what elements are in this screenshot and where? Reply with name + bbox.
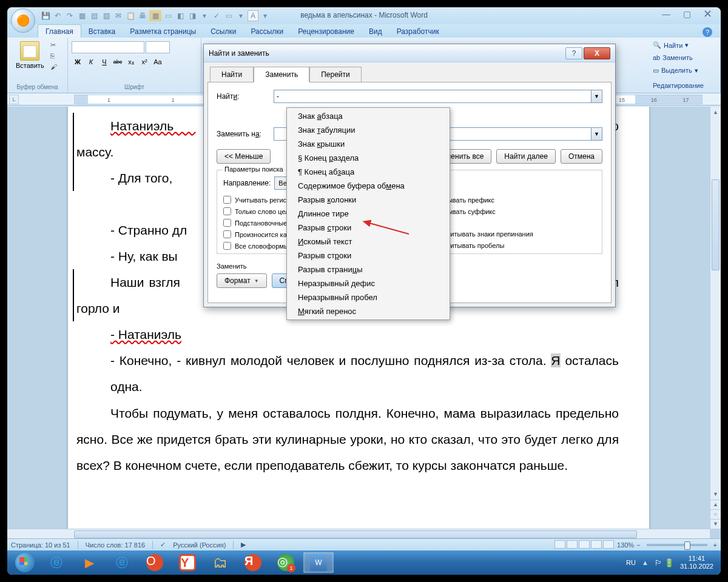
select-button[interactable]: ▭Выделить ▾ xyxy=(653,65,715,76)
dialog-tab-find[interactable]: Найти xyxy=(210,67,254,82)
qat-icon[interactable]: 📋 xyxy=(125,10,136,21)
menu-item[interactable]: Содержимое буфера обмена xyxy=(287,179,450,193)
task-yandex[interactable]: Y xyxy=(172,552,203,573)
qat-redo-icon[interactable]: ↷ xyxy=(64,10,75,21)
font-size-select[interactable] xyxy=(146,41,170,53)
cancel-button[interactable]: Отмена xyxy=(561,149,602,164)
zoom-out-icon[interactable]: − xyxy=(636,541,640,549)
menu-item[interactable]: Разрыв строки xyxy=(287,249,450,263)
menu-item[interactable]: Знак табуляции xyxy=(287,123,450,137)
zoom-slider[interactable] xyxy=(647,544,707,546)
scroll-up-icon[interactable]: ▲ xyxy=(710,107,721,118)
tab-review[interactable]: Рецензирование xyxy=(291,25,362,38)
tab-references[interactable]: Ссылки xyxy=(203,25,243,38)
browse-icon[interactable]: ○ xyxy=(710,509,721,519)
tab-insert[interactable]: Вставка xyxy=(81,25,123,38)
menu-item[interactable]: Знак абзаца xyxy=(287,109,450,123)
qat-icon[interactable]: ▦ xyxy=(76,10,87,21)
find-dropdown-icon[interactable]: ▼ xyxy=(592,90,602,103)
qat-dropdown-icon[interactable]: ▾ xyxy=(260,10,271,21)
subscript-button[interactable]: x₂ xyxy=(125,56,137,68)
tab-view[interactable]: Вид xyxy=(362,25,389,38)
qat-icon[interactable]: ◧ xyxy=(175,10,186,21)
menu-item[interactable]: Искомый текст xyxy=(287,235,450,249)
qat-icon[interactable]: ▭ xyxy=(223,10,234,21)
find-button[interactable]: 🔍Найти ▾ xyxy=(653,40,715,50)
qat-icon[interactable]: ✉ xyxy=(113,10,124,21)
tray-battery-icon[interactable]: 🔋 xyxy=(664,558,674,567)
next-page-icon[interactable]: ▼ xyxy=(710,519,721,529)
dialog-titlebar[interactable]: Найти и заменить ? X xyxy=(204,44,615,62)
qat-icon[interactable]: 🖶 xyxy=(137,10,148,21)
format-button[interactable]: Формат▼ xyxy=(217,273,267,288)
task-explorer[interactable]: 🗂 xyxy=(205,552,235,573)
cut-icon[interactable]: ✂ xyxy=(50,41,59,50)
qat-icon[interactable]: ▾ xyxy=(199,10,210,21)
tab-developer[interactable]: Разработчик xyxy=(389,25,447,38)
qat-icon[interactable]: ▤ xyxy=(89,10,99,21)
menu-item[interactable]: Неразрывный дефис xyxy=(287,276,450,290)
dialog-help-button[interactable]: ? xyxy=(565,47,582,59)
menu-item[interactable]: Разрыв страницы xyxy=(287,263,450,276)
find-next-button[interactable]: Найти далее xyxy=(496,149,556,164)
menu-item[interactable]: Разрыв колонки xyxy=(287,193,450,207)
scroll-thumb[interactable] xyxy=(712,179,720,270)
format-painter-icon[interactable]: 🖌 xyxy=(50,63,59,72)
tab-layout[interactable]: Разметка страницы xyxy=(123,25,203,38)
ruler-corner[interactable]: L xyxy=(9,95,19,104)
task-opera[interactable]: O xyxy=(140,552,170,573)
qat-icon[interactable]: ✓ xyxy=(211,10,222,21)
tray-clock[interactable]: 11:4131.10.2022 xyxy=(680,555,713,570)
qat-icon[interactable]: ▾ xyxy=(235,10,246,21)
status-words[interactable]: Число слов: 17 816 xyxy=(86,541,145,549)
status-macro-icon[interactable]: ▶ xyxy=(241,541,246,549)
view-buttons[interactable] xyxy=(554,540,615,550)
task-green[interactable]: ◎ xyxy=(271,552,301,573)
replace-button[interactable]: abЗаменить xyxy=(653,53,715,62)
qat-icon[interactable]: ▭ xyxy=(163,10,174,21)
close-button[interactable]: ✕ xyxy=(700,8,715,19)
task-ie[interactable]: ⓔ xyxy=(41,552,72,573)
case-button[interactable]: Aa xyxy=(152,56,164,68)
zoom-value[interactable]: 130% xyxy=(617,541,634,549)
status-page[interactable]: Страница: 10 из 51 xyxy=(11,541,70,549)
task-ie2[interactable]: ⓔ xyxy=(107,552,137,573)
dialog-close-button[interactable]: X xyxy=(584,47,610,59)
maximize-button[interactable]: ▢ xyxy=(679,8,694,19)
status-lang[interactable]: Русский (Россия) xyxy=(173,541,226,549)
qat-save-icon[interactable]: 💾 xyxy=(40,10,51,21)
copy-icon[interactable]: ⎘ xyxy=(50,52,59,61)
help-icon[interactable]: ? xyxy=(703,27,712,37)
qat-undo-icon[interactable]: ↶ xyxy=(52,10,63,21)
qat-icon[interactable]: ◨ xyxy=(187,10,198,21)
qat-icon[interactable]: ▧ xyxy=(101,10,112,21)
find-input[interactable] xyxy=(274,90,592,103)
menu-item[interactable]: Мягкий перенос xyxy=(287,304,450,318)
tray-lang[interactable]: RU xyxy=(626,559,636,566)
vertical-scrollbar[interactable]: ▲ ▼ ▲○▼ xyxy=(710,107,721,529)
less-button[interactable]: << Меньше xyxy=(217,149,271,164)
menu-item[interactable]: Знак крышки xyxy=(287,137,450,151)
menu-item[interactable]: Неразрывный пробел xyxy=(287,290,450,304)
menu-item[interactable]: ¶ Конец абзаца xyxy=(287,165,450,179)
prev-page-icon[interactable]: ▲ xyxy=(710,500,721,509)
paste-button[interactable]: Вставить xyxy=(11,39,49,74)
dialog-tab-replace[interactable]: Заменить xyxy=(254,67,309,82)
replace-dropdown-icon[interactable]: ▼ xyxy=(592,127,602,141)
minimize-button[interactable]: — xyxy=(659,8,673,19)
tab-home[interactable]: Главная xyxy=(38,24,81,38)
task-media[interactable]: ▶ xyxy=(74,552,104,573)
tab-mailings[interactable]: Рассылки xyxy=(243,25,291,38)
italic-button[interactable]: К xyxy=(85,56,97,68)
start-button[interactable] xyxy=(11,552,39,574)
font-family-select[interactable] xyxy=(72,41,144,53)
status-proofing-icon[interactable]: ✓ xyxy=(160,541,166,549)
scroll-down-icon[interactable]: ▼ xyxy=(710,489,721,500)
superscript-button[interactable]: x² xyxy=(138,56,150,68)
task-ya[interactable]: Я xyxy=(238,552,268,573)
menu-item[interactable]: § Конец раздела xyxy=(287,151,450,165)
underline-button[interactable]: Ч xyxy=(98,56,110,68)
menu-item[interactable]: Разрыв строки xyxy=(287,221,450,235)
strike-button[interactable]: abc xyxy=(112,56,124,68)
zoom-in-icon[interactable]: + xyxy=(713,541,717,549)
